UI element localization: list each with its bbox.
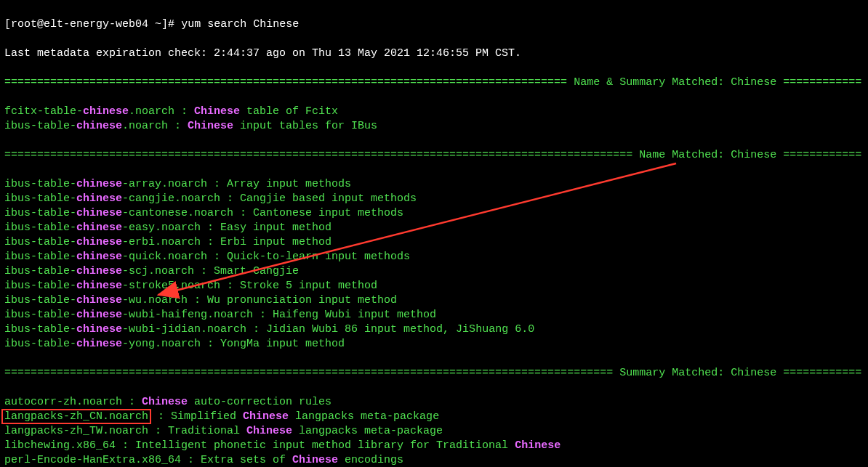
- result-line: ibus-table-chinese-cangjie.noarch : Cang…: [4, 192, 864, 206]
- result-line: ibus-table-chinese-wubi-haifeng.noarch :…: [4, 308, 864, 322]
- result-line: langpacks-zh_CN.noarch : Simplified Chin…: [4, 410, 864, 424]
- result-line: libchewing.x86_64 : Intelligent phonetic…: [4, 439, 864, 453]
- section-name: ========================================…: [4, 148, 864, 163]
- user-host: root@elt-energy-web04: [11, 18, 148, 31]
- result-line: ibus-table-chinese-erbi.noarch : Erbi in…: [4, 235, 864, 250]
- section-summary: ========================================…: [4, 366, 864, 381]
- result-line: perl-Encode-HanExtra.x86_64 : Extra sets…: [4, 453, 864, 467]
- result-line: ibus-table-chinese-yong.noarch : YongMa …: [4, 337, 864, 352]
- result-line: langpacks-zh_TW.noarch : Traditional Chi…: [4, 424, 864, 439]
- result-line: ibus-table-chinese-wubi-jidian.noarch : …: [4, 322, 864, 337]
- result-line: autocorr-zh.noarch : Chinese auto-correc…: [4, 395, 864, 410]
- prompt-line: [root@elt-energy-web04 ~]# yum search Ch…: [4, 17, 864, 32]
- result-line: ibus-table-chinese-cantonese.noarch : Ca…: [4, 206, 864, 221]
- result-line: ibus-table-chinese-quick.noarch : Quick-…: [4, 250, 864, 264]
- prompt-hash: #: [168, 18, 174, 31]
- command: yum search Chinese: [181, 18, 299, 31]
- result-line: fcitx-table-chinese.noarch : Chinese tab…: [4, 105, 864, 119]
- meta-line: Last metadata expiration check: 2:44:37 …: [4, 46, 864, 61]
- terminal-output[interactable]: [root@elt-energy-web04 ~]# yum search Ch…: [0, 0, 868, 467]
- result-line: ibus-table-chinese-wu.noarch : Wu pronun…: [4, 293, 864, 308]
- cwd: ~: [155, 18, 161, 31]
- highlighted-package: langpacks-zh_CN.noarch: [1, 409, 151, 424]
- result-line: ibus-table-chinese-array.noarch : Array …: [4, 177, 864, 192]
- section-name-summary: ========================================…: [4, 76, 864, 90]
- result-line: ibus-table-chinese-stroke5.noarch : Stro…: [4, 279, 864, 293]
- result-line: ibus-table-chinese.noarch : Chinese inpu…: [4, 119, 864, 134]
- result-line: ibus-table-chinese-easy.noarch : Easy in…: [4, 221, 864, 235]
- result-line: ibus-table-chinese-scj.noarch : Smart Ca…: [4, 264, 864, 279]
